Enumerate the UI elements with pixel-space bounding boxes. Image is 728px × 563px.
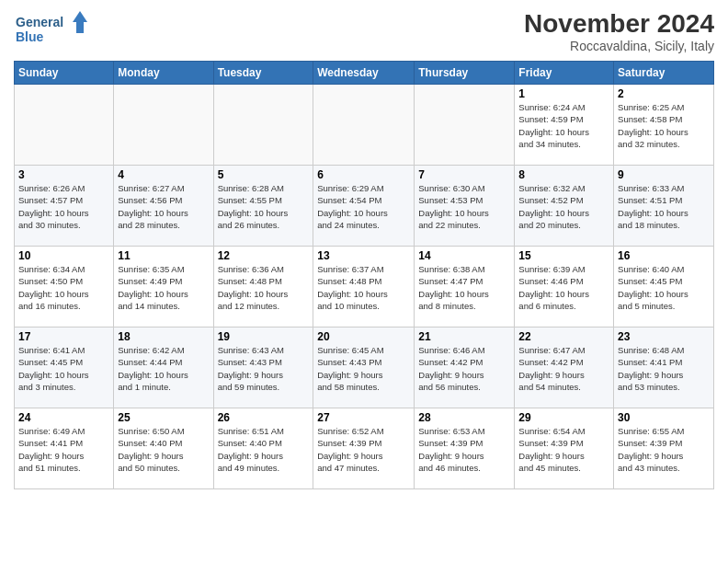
day-number: 13 xyxy=(317,249,410,262)
day-number: 16 xyxy=(618,249,710,262)
day-number: 9 xyxy=(618,168,710,181)
day-info: Sunrise: 6:50 AM Sunset: 4:40 PM Dayligh… xyxy=(118,425,209,474)
calendar-week-row: 17Sunrise: 6:41 AM Sunset: 4:45 PM Dayli… xyxy=(15,327,714,408)
day-number: 29 xyxy=(518,411,609,424)
calendar-cell: 1Sunrise: 6:24 AM Sunset: 4:59 PM Daylig… xyxy=(515,85,614,166)
calendar-cell: 28Sunrise: 6:53 AM Sunset: 4:39 PM Dayli… xyxy=(415,408,515,489)
svg-marker-2 xyxy=(73,11,87,33)
calendar-cell: 27Sunrise: 6:52 AM Sunset: 4:39 PM Dayli… xyxy=(313,408,415,489)
day-number: 8 xyxy=(518,168,609,181)
day-info: Sunrise: 6:36 AM Sunset: 4:48 PM Dayligh… xyxy=(218,263,310,312)
weekday-header: Wednesday xyxy=(313,62,415,85)
calendar-cell: 19Sunrise: 6:43 AM Sunset: 4:43 PM Dayli… xyxy=(213,327,313,408)
calendar-week-row: 3Sunrise: 6:26 AM Sunset: 4:57 PM Daylig… xyxy=(15,166,714,247)
calendar-cell: 10Sunrise: 6:34 AM Sunset: 4:50 PM Dayli… xyxy=(15,247,114,327)
calendar-week-row: 24Sunrise: 6:49 AM Sunset: 4:41 PM Dayli… xyxy=(15,408,714,489)
calendar-cell: 2Sunrise: 6:25 AM Sunset: 4:58 PM Daylig… xyxy=(614,85,714,166)
day-info: Sunrise: 6:43 AM Sunset: 4:43 PM Dayligh… xyxy=(218,344,310,393)
calendar-week-row: 1Sunrise: 6:24 AM Sunset: 4:59 PM Daylig… xyxy=(15,85,714,166)
calendar-cell: 16Sunrise: 6:40 AM Sunset: 4:45 PM Dayli… xyxy=(614,247,714,327)
calendar-cell: 4Sunrise: 6:27 AM Sunset: 4:56 PM Daylig… xyxy=(114,166,213,247)
svg-text:Blue: Blue xyxy=(16,29,44,44)
day-number: 2 xyxy=(618,87,710,100)
calendar-cell: 18Sunrise: 6:42 AM Sunset: 4:44 PM Dayli… xyxy=(114,327,213,408)
day-number: 15 xyxy=(518,249,609,262)
weekday-header: Tuesday xyxy=(213,62,313,85)
day-info: Sunrise: 6:49 AM Sunset: 4:41 PM Dayligh… xyxy=(18,425,109,474)
calendar-cell: 26Sunrise: 6:51 AM Sunset: 4:40 PM Dayli… xyxy=(213,408,313,489)
month-title: November 2024 xyxy=(524,9,714,39)
day-info: Sunrise: 6:53 AM Sunset: 4:39 PM Dayligh… xyxy=(418,425,510,474)
day-info: Sunrise: 6:45 AM Sunset: 4:43 PM Dayligh… xyxy=(317,344,410,393)
day-number: 20 xyxy=(317,330,410,343)
day-info: Sunrise: 6:38 AM Sunset: 4:47 PM Dayligh… xyxy=(418,263,510,312)
logo-svg: General Blue xyxy=(14,9,87,50)
day-number: 23 xyxy=(618,330,710,343)
day-info: Sunrise: 6:25 AM Sunset: 4:58 PM Dayligh… xyxy=(618,101,710,150)
calendar-cell xyxy=(313,85,415,166)
day-number: 6 xyxy=(317,168,410,181)
day-number: 25 xyxy=(118,411,209,424)
calendar-cell: 14Sunrise: 6:38 AM Sunset: 4:47 PM Dayli… xyxy=(415,247,515,327)
logo: General Blue xyxy=(14,9,87,50)
day-number: 12 xyxy=(218,249,310,262)
weekday-header: Monday xyxy=(114,62,213,85)
calendar-cell: 22Sunrise: 6:47 AM Sunset: 4:42 PM Dayli… xyxy=(515,327,614,408)
day-number: 28 xyxy=(418,411,510,424)
day-number: 3 xyxy=(18,168,109,181)
day-number: 27 xyxy=(317,411,410,424)
day-number: 5 xyxy=(218,168,310,181)
day-info: Sunrise: 6:34 AM Sunset: 4:50 PM Dayligh… xyxy=(18,263,109,312)
svg-text:General: General xyxy=(16,15,63,29)
calendar-cell: 8Sunrise: 6:32 AM Sunset: 4:52 PM Daylig… xyxy=(515,166,614,247)
weekday-header: Friday xyxy=(515,62,614,85)
page: General Blue November 2024 Roccavaldina,… xyxy=(0,0,728,563)
day-number: 22 xyxy=(518,330,609,343)
day-number: 17 xyxy=(18,330,109,343)
day-number: 11 xyxy=(118,249,209,262)
day-number: 30 xyxy=(618,411,710,424)
day-number: 21 xyxy=(418,330,510,343)
header: General Blue November 2024 Roccavaldina,… xyxy=(14,9,714,53)
calendar-header-row: SundayMondayTuesdayWednesdayThursdayFrid… xyxy=(15,62,714,85)
day-info: Sunrise: 6:35 AM Sunset: 4:49 PM Dayligh… xyxy=(118,263,209,312)
calendar-week-row: 10Sunrise: 6:34 AM Sunset: 4:50 PM Dayli… xyxy=(15,247,714,327)
calendar-cell: 7Sunrise: 6:30 AM Sunset: 4:53 PM Daylig… xyxy=(415,166,515,247)
day-number: 24 xyxy=(18,411,109,424)
calendar-cell xyxy=(415,85,515,166)
day-info: Sunrise: 6:32 AM Sunset: 4:52 PM Dayligh… xyxy=(518,182,609,231)
day-info: Sunrise: 6:52 AM Sunset: 4:39 PM Dayligh… xyxy=(317,425,410,474)
day-info: Sunrise: 6:29 AM Sunset: 4:54 PM Dayligh… xyxy=(317,182,410,231)
calendar-cell xyxy=(15,85,114,166)
day-info: Sunrise: 6:30 AM Sunset: 4:53 PM Dayligh… xyxy=(418,182,510,231)
weekday-header: Saturday xyxy=(614,62,714,85)
day-info: Sunrise: 6:51 AM Sunset: 4:40 PM Dayligh… xyxy=(218,425,310,474)
calendar-cell: 30Sunrise: 6:55 AM Sunset: 4:39 PM Dayli… xyxy=(614,408,714,489)
day-info: Sunrise: 6:37 AM Sunset: 4:48 PM Dayligh… xyxy=(317,263,410,312)
day-info: Sunrise: 6:26 AM Sunset: 4:57 PM Dayligh… xyxy=(18,182,109,231)
calendar-cell: 11Sunrise: 6:35 AM Sunset: 4:49 PM Dayli… xyxy=(114,247,213,327)
day-info: Sunrise: 6:27 AM Sunset: 4:56 PM Dayligh… xyxy=(118,182,209,231)
calendar-cell: 29Sunrise: 6:54 AM Sunset: 4:39 PM Dayli… xyxy=(515,408,614,489)
day-info: Sunrise: 6:39 AM Sunset: 4:46 PM Dayligh… xyxy=(518,263,609,312)
day-info: Sunrise: 6:55 AM Sunset: 4:39 PM Dayligh… xyxy=(618,425,710,474)
location: Roccavaldina, Sicily, Italy xyxy=(524,39,714,53)
calendar-cell: 17Sunrise: 6:41 AM Sunset: 4:45 PM Dayli… xyxy=(15,327,114,408)
calendar-cell: 24Sunrise: 6:49 AM Sunset: 4:41 PM Dayli… xyxy=(15,408,114,489)
day-number: 18 xyxy=(118,330,209,343)
day-number: 14 xyxy=(418,249,510,262)
calendar-cell: 23Sunrise: 6:48 AM Sunset: 4:41 PM Dayli… xyxy=(614,327,714,408)
calendar-cell: 9Sunrise: 6:33 AM Sunset: 4:51 PM Daylig… xyxy=(614,166,714,247)
calendar-cell: 20Sunrise: 6:45 AM Sunset: 4:43 PM Dayli… xyxy=(313,327,415,408)
day-info: Sunrise: 6:46 AM Sunset: 4:42 PM Dayligh… xyxy=(418,344,510,393)
day-number: 19 xyxy=(218,330,310,343)
calendar-cell xyxy=(114,85,213,166)
calendar-cell: 6Sunrise: 6:29 AM Sunset: 4:54 PM Daylig… xyxy=(313,166,415,247)
calendar-cell: 13Sunrise: 6:37 AM Sunset: 4:48 PM Dayli… xyxy=(313,247,415,327)
day-info: Sunrise: 6:41 AM Sunset: 4:45 PM Dayligh… xyxy=(18,344,109,393)
calendar-cell: 3Sunrise: 6:26 AM Sunset: 4:57 PM Daylig… xyxy=(15,166,114,247)
calendar-cell: 15Sunrise: 6:39 AM Sunset: 4:46 PM Dayli… xyxy=(515,247,614,327)
day-number: 4 xyxy=(118,168,209,181)
calendar-cell: 25Sunrise: 6:50 AM Sunset: 4:40 PM Dayli… xyxy=(114,408,213,489)
day-number: 7 xyxy=(418,168,510,181)
